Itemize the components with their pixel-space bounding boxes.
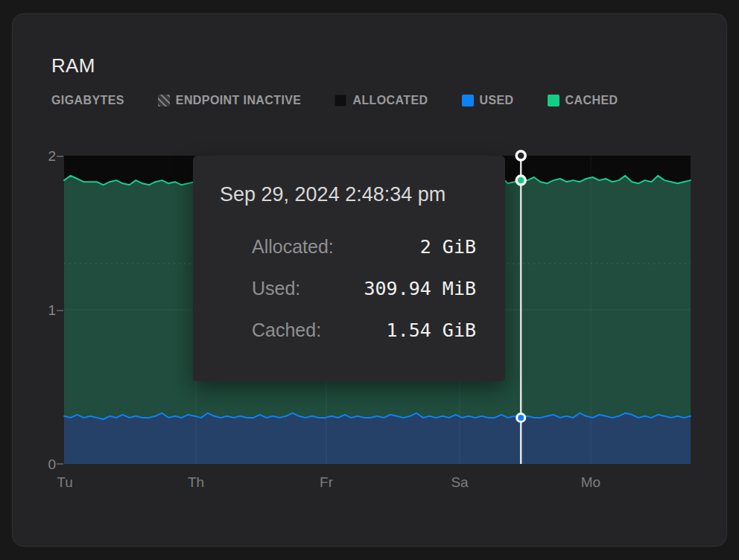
x-axis-label-mo: Mo	[581, 474, 600, 491]
x-axis-label-sa: Sa	[451, 474, 468, 491]
tooltip-row-used: Used: 309.94 MiB	[220, 267, 476, 309]
tooltip-value-cached: 1.54 GiB	[321, 319, 476, 341]
tooltip-label-cached: Cached:	[252, 319, 321, 341]
legend-item-label: CACHED	[565, 94, 618, 107]
tooltip-value-allocated: 2 GiB	[334, 236, 476, 258]
x-axis-label-fr: Fr	[320, 474, 333, 491]
legend-item-label: USED	[480, 94, 514, 107]
legend-item-label: ENDPOINT INACTIVE	[176, 94, 302, 107]
x-axis-label-th: Th	[188, 474, 204, 491]
legend-unit-gigabytes: GIGABYTES	[51, 94, 124, 107]
tooltip-label-allocated: Allocated:	[252, 236, 334, 258]
tooltip-row-allocated: Allocated: 2 GiB	[220, 226, 476, 267]
cached-swatch-icon	[548, 95, 559, 106]
chart-title: RAM	[51, 54, 95, 77]
tooltip-label-used: Used:	[252, 278, 300, 299]
y-axis-label-2: 2	[31, 148, 56, 165]
legend-item-used[interactable]: USED	[462, 94, 514, 107]
hatched-swatch-icon	[158, 95, 170, 106]
legend-item-label: ALLOCATED	[352, 94, 428, 107]
y-axis-label-0: 0	[31, 456, 56, 473]
ram-metrics-card: RAM GIGABYTES ENDPOINT INACTIVE ALLOCATE…	[12, 13, 727, 547]
tooltip-value-used: 309.94 MiB	[300, 278, 476, 299]
chart-legend: GIGABYTES ENDPOINT INACTIVE ALLOCATED US…	[51, 94, 700, 107]
legend-item-allocated[interactable]: ALLOCATED	[334, 94, 428, 107]
y-axis-tick	[57, 156, 63, 157]
y-axis-label-1: 1	[31, 302, 56, 319]
used-swatch-icon	[462, 95, 474, 106]
y-axis-tick	[57, 463, 63, 465]
y-axis-tick	[57, 310, 63, 311]
tooltip-rows: Allocated: 2 GiB Used: 309.94 MiB Cached…	[220, 226, 476, 351]
tooltip-row-cached: Cached: 1.54 GiB	[220, 309, 476, 351]
tooltip-timestamp: Sep 29, 2024 2:48:34 pm	[220, 182, 476, 206]
legend-unit-label: GIGABYTES	[51, 94, 124, 107]
allocated-swatch-icon	[334, 95, 346, 106]
legend-item-cached[interactable]: CACHED	[548, 94, 618, 107]
x-axis-label-tu: Tu	[57, 474, 72, 491]
chart-tooltip: Sep 29, 2024 2:48:34 pm Allocated: 2 GiB…	[193, 156, 505, 381]
legend-item-endpoint-inactive[interactable]: ENDPOINT INACTIVE	[158, 94, 302, 107]
